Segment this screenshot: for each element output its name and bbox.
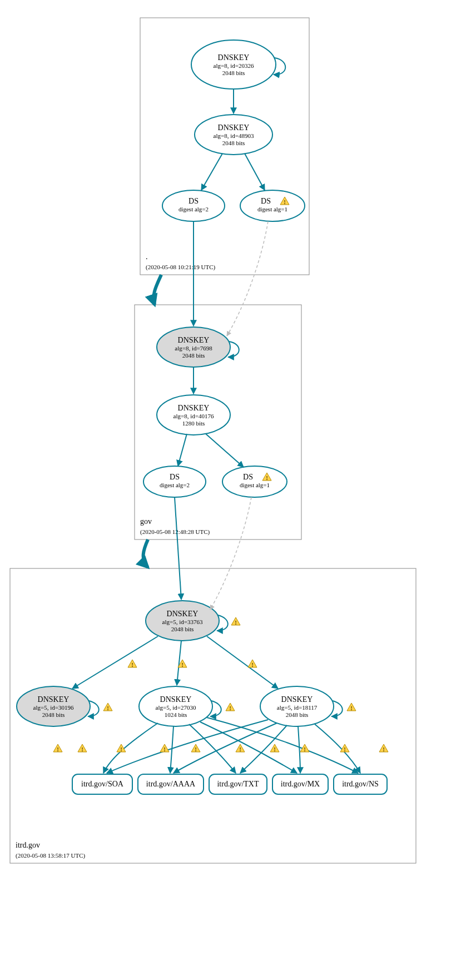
- node-itrd-k3: DNSKEY alg=5, id=18117 2048 bits: [260, 686, 334, 726]
- svg-text:digest alg=2: digest alg=2: [178, 206, 209, 212]
- svg-text:2048 bits: 2048 bits: [182, 352, 205, 359]
- svg-text:DNSKEY: DNSKEY: [281, 695, 313, 704]
- dnssec-graph: ! . (2020-05-08 10:21:19 UTC) DNSKEY alg…: [0, 0, 476, 980]
- svg-text:itrd.gov/MX: itrd.gov/MX: [281, 780, 320, 788]
- svg-text:digest alg=1: digest alg=1: [240, 482, 270, 488]
- node-gov-zsk: DNSKEY alg=8, id=40176 1280 bits: [157, 395, 230, 435]
- edge-govds2-itrdksk: [175, 497, 181, 600]
- warning-icon: [103, 703, 112, 711]
- warning-icon: [128, 660, 137, 668]
- svg-text:digest alg=2: digest alg=2: [160, 482, 190, 488]
- svg-text:DS: DS: [243, 473, 253, 481]
- edge-k3-ns: [315, 724, 360, 773]
- svg-text:DS: DS: [189, 197, 199, 205]
- svg-text:alg=5, id=18117: alg=5, id=18117: [277, 704, 318, 711]
- edge-govzsk-ds1: [206, 434, 244, 467]
- edge-ksk-k3: [207, 636, 278, 689]
- svg-text:alg=8, id=40176: alg=8, id=40176: [173, 413, 214, 419]
- warning-icon: [160, 744, 169, 753]
- edge-k3-txt: [240, 725, 287, 773]
- node-gov-ds1: DS digest alg=1: [222, 466, 287, 497]
- svg-text:1024 bits: 1024 bits: [165, 711, 187, 718]
- warning-icon: [231, 617, 240, 626]
- deleg-gov-itrd: [143, 540, 148, 567]
- warning-icon: [379, 744, 388, 753]
- svg-text:alg=5, id=27030: alg=5, id=27030: [156, 704, 196, 711]
- edge-govds1-itrdksk-dashed: [210, 497, 251, 610]
- svg-text:alg=5, id=30196: alg=5, id=30196: [33, 704, 74, 711]
- edge-rootzsk-ds1: [245, 154, 265, 190]
- node-itrd-ksk: DNSKEY alg=5, id=33763 2048 bits: [146, 601, 219, 641]
- svg-text:DNSKEY: DNSKEY: [38, 695, 70, 704]
- svg-text:DNSKEY: DNSKEY: [218, 123, 250, 132]
- svg-text:2048 bits: 2048 bits: [42, 711, 65, 718]
- zone-itrd-ts: (2020-05-08 13:58:17 UTC): [16, 852, 86, 859]
- edge-rootzsk-ds2: [201, 154, 222, 190]
- svg-text:alg=8, id=48903: alg=8, id=48903: [214, 132, 254, 139]
- edge-ds1-govksk-dashed: [227, 221, 268, 336]
- warning-icon: [347, 703, 356, 711]
- svg-text:DS: DS: [170, 473, 180, 481]
- node-root-ksk: DNSKEY alg=8, id=20326 2048 bits: [191, 40, 276, 89]
- svg-text:DNSKEY: DNSKEY: [167, 610, 199, 618]
- node-itrd-k2: DNSKEY alg=5, id=27030 1024 bits: [139, 686, 212, 726]
- deleg-root-gov: [153, 275, 161, 305]
- svg-text:2048 bits: 2048 bits: [222, 140, 245, 146]
- svg-text:itrd.gov/AAAA: itrd.gov/AAAA: [146, 780, 196, 788]
- warning-icon: [191, 744, 200, 753]
- svg-text:2048 bits: 2048 bits: [171, 626, 194, 632]
- svg-text:DNSKEY: DNSKEY: [178, 336, 210, 344]
- node-root-ds1: DS digest alg=1: [240, 190, 305, 221]
- svg-text:alg=8, id=7698: alg=8, id=7698: [175, 345, 212, 352]
- node-rr-ns: itrd.gov/NS: [334, 774, 387, 794]
- edge-k3-mx: [298, 726, 300, 773]
- zone-root-ts: (2020-05-08 10:21:19 UTC): [146, 264, 216, 271]
- node-rr-aaaa: itrd.gov/AAAA: [138, 774, 204, 794]
- warning-icon: [270, 744, 279, 753]
- node-rr-mx: itrd.gov/MX: [272, 774, 328, 794]
- svg-text:alg=8, id=20326: alg=8, id=20326: [214, 62, 254, 69]
- edge-k2-soa: [103, 723, 158, 773]
- node-rr-txt: itrd.gov/TXT: [209, 774, 267, 794]
- svg-text:2048 bits: 2048 bits: [222, 70, 245, 76]
- svg-text:DNSKEY: DNSKEY: [160, 695, 192, 704]
- warning-icon: [53, 744, 62, 753]
- svg-text:DNSKEY: DNSKEY: [178, 404, 210, 412]
- node-root-ds2: DS digest alg=2: [162, 190, 225, 221]
- zone-itrd-label: itrd.gov: [16, 841, 40, 849]
- warning-icon: [236, 744, 245, 753]
- svg-text:DS: DS: [261, 197, 271, 205]
- svg-text:itrd.gov/NS: itrd.gov/NS: [342, 780, 379, 788]
- node-itrd-k1: DNSKEY alg=5, id=30196 2048 bits: [17, 686, 90, 726]
- edge-k3-aaaa: [173, 723, 277, 773]
- warning-icon: [78, 744, 87, 753]
- svg-text:itrd.gov/SOA: itrd.gov/SOA: [81, 780, 124, 788]
- svg-text:digest alg=1: digest alg=1: [257, 206, 287, 212]
- zone-root-label: .: [146, 253, 148, 261]
- node-root-zsk: DNSKEY alg=8, id=48903 2048 bits: [195, 115, 272, 155]
- edge-ksk-k1: [72, 636, 158, 689]
- node-gov-ksk: DNSKEY alg=8, id=7698 2048 bits: [157, 327, 230, 367]
- edge-govzsk-ds2: [178, 434, 187, 466]
- edge-k2-aaaa: [170, 726, 173, 773]
- svg-text:DNSKEY: DNSKEY: [218, 53, 250, 62]
- warning-icon: [226, 703, 235, 711]
- svg-text:1280 bits: 1280 bits: [182, 420, 205, 427]
- svg-text:alg=5, id=33763: alg=5, id=33763: [162, 618, 203, 625]
- node-rr-soa: itrd.gov/SOA: [72, 774, 132, 794]
- svg-text:2048 bits: 2048 bits: [286, 711, 309, 718]
- svg-text:itrd.gov/TXT: itrd.gov/TXT: [217, 780, 259, 788]
- warning-icon: [248, 660, 257, 668]
- node-gov-ds2: DS digest alg=2: [143, 466, 206, 497]
- zone-gov-label: gov: [140, 517, 152, 526]
- zone-gov-ts: (2020-05-08 12:48:28 UTC): [140, 528, 210, 536]
